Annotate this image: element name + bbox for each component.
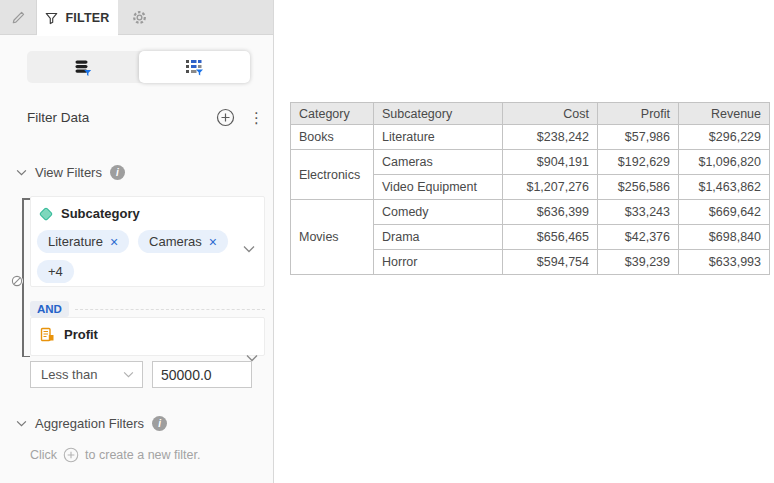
subcategory-cell[interactable]: Cameras	[374, 150, 503, 175]
subcategory-cell[interactable]: Comedy	[374, 200, 503, 225]
profit-cell[interactable]: $57,986	[598, 125, 679, 150]
pencil-icon	[11, 10, 26, 25]
category-cell[interactable]: Movies	[291, 200, 374, 275]
table-row: ElectronicsCameras$904,191$192,629$1,096…	[291, 150, 770, 175]
view-filters-toggle[interactable]	[139, 51, 251, 83]
tab-filter[interactable]: FILTER	[37, 0, 118, 36]
table-header-cell[interactable]: Profit	[598, 103, 679, 125]
tab-filter-label: FILTER	[65, 11, 109, 25]
subcategory-chips-row: Literature × Cameras ×	[31, 221, 264, 253]
subcategory-filter-card: Subcategory Literature × Cameras × +4	[30, 196, 265, 287]
table-header-cell[interactable]: Subcategory	[374, 103, 503, 125]
chevron-down-icon	[123, 371, 134, 378]
and-operator-badge[interactable]: AND	[30, 301, 69, 317]
view-filters-title: View Filters	[35, 165, 102, 180]
app-root: FILTER	[0, 0, 774, 483]
collapse-chevron-icon[interactable]	[243, 239, 255, 257]
hint-prefix: Click	[30, 448, 57, 462]
category-cell[interactable]: Electronics	[291, 150, 374, 200]
revenue-cell[interactable]: $1,096,820	[679, 150, 770, 175]
cost-cell[interactable]: $904,191	[503, 150, 598, 175]
table-header-cell[interactable]: Revenue	[679, 103, 770, 125]
aggregation-filters-title: Aggregation Filters	[35, 416, 144, 431]
filter-menu-button[interactable]: ⋮	[247, 110, 266, 125]
profit-filter-card: Profit	[30, 317, 265, 356]
filter-link-icon[interactable]	[11, 275, 23, 287]
filter-value-chip[interactable]: Cameras ×	[138, 230, 228, 253]
info-icon[interactable]: i	[110, 165, 125, 180]
profit-cell[interactable]: $42,376	[598, 225, 679, 250]
tab-edit[interactable]	[0, 0, 37, 35]
cost-cell[interactable]: $636,399	[503, 200, 598, 225]
dimension-icon	[39, 206, 53, 220]
profit-cell[interactable]: $39,239	[598, 250, 679, 275]
table-row: MoviesComedy$636,399$33,243$669,642	[291, 200, 770, 225]
chip-label: Cameras	[149, 234, 202, 249]
aggregation-filters-header: Aggregation Filters i	[16, 416, 167, 431]
cost-cell[interactable]: $238,242	[503, 125, 598, 150]
condition-value-input[interactable]	[152, 361, 252, 388]
table-row: BooksLiterature$238,242$57,986$296,229	[291, 125, 770, 150]
main-content: CategorySubcategoryCostProfitRevenue Boo…	[275, 0, 774, 483]
category-cell[interactable]: Books	[291, 125, 374, 150]
plus-circle-icon[interactable]	[63, 447, 79, 463]
tab-settings[interactable]	[118, 0, 160, 35]
subcategory-cell[interactable]: Video Equipment	[374, 175, 503, 200]
subcategory-field-row: Subcategory	[31, 197, 264, 221]
measure-icon	[40, 327, 55, 342]
subcategory-cell[interactable]: Literature	[374, 125, 503, 150]
cost-cell[interactable]: $594,754	[503, 250, 598, 275]
gear-icon	[131, 9, 148, 26]
dataset-filters-toggle[interactable]	[27, 51, 139, 83]
remove-value-icon[interactable]: ×	[110, 235, 118, 249]
hint-suffix: to create a new filter.	[85, 448, 200, 462]
revenue-cell[interactable]: $633,993	[679, 250, 770, 275]
table-header-cell[interactable]: Cost	[503, 103, 598, 125]
revenue-cell[interactable]: $698,840	[679, 225, 770, 250]
filter-panel: FILTER	[0, 0, 274, 483]
pivot-table: CategorySubcategoryCostProfitRevenue Boo…	[290, 102, 770, 275]
cost-cell[interactable]: $656,465	[503, 225, 598, 250]
subcategory-field-name: Subcategory	[61, 206, 140, 221]
logical-operator-row: AND	[30, 301, 265, 317]
profit-cell[interactable]: $192,629	[598, 150, 679, 175]
operator-divider	[75, 309, 265, 310]
condition-select[interactable]: Less than	[30, 361, 143, 388]
remove-value-icon[interactable]: ×	[209, 235, 217, 249]
add-filter-button[interactable]	[216, 108, 235, 127]
profit-field-row: Profit	[31, 318, 264, 342]
chevron-down-icon[interactable]	[16, 420, 27, 427]
view-filters-header: View Filters i	[16, 165, 125, 180]
filter-scope-toggle	[27, 51, 250, 83]
table-header-cell[interactable]: Category	[291, 103, 374, 125]
cost-cell[interactable]: $1,207,276	[503, 175, 598, 200]
filter-data-title: Filter Data	[27, 110, 89, 125]
revenue-cell[interactable]: $296,229	[679, 125, 770, 150]
bracket-arm-top	[22, 198, 30, 200]
subcategory-cell[interactable]: Horror	[374, 250, 503, 275]
bracket-arm-bottom	[22, 356, 30, 358]
info-icon[interactable]: i	[152, 416, 167, 431]
chip-label: Literature	[48, 234, 103, 249]
profit-cell[interactable]: $256,586	[598, 175, 679, 200]
list-filter-icon	[185, 58, 204, 76]
revenue-cell[interactable]: $1,463,862	[679, 175, 770, 200]
profit-field-name: Profit	[64, 327, 98, 342]
database-filter-icon	[73, 58, 92, 77]
panel-tab-bar: FILTER	[0, 0, 273, 35]
funnel-icon	[45, 12, 58, 25]
more-values-chip[interactable]: +4	[37, 260, 74, 283]
revenue-cell[interactable]: $669,642	[679, 200, 770, 225]
create-filter-hint: Click to create a new filter.	[30, 447, 200, 463]
chevron-down-icon[interactable]	[16, 169, 27, 176]
profit-cell[interactable]: $33,243	[598, 200, 679, 225]
subcategory-cell[interactable]: Drama	[374, 225, 503, 250]
filter-value-chip[interactable]: Literature ×	[37, 230, 129, 253]
condition-value: Less than	[41, 367, 97, 382]
filter-data-header: Filter Data ⋮	[27, 108, 266, 127]
